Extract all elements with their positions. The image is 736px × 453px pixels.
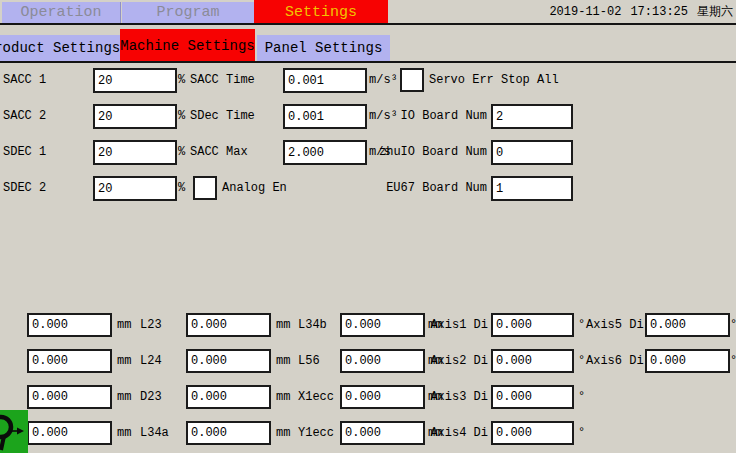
tab-settings[interactable]: Settings (254, 0, 388, 24)
label-l23: L23 (140, 313, 162, 337)
unit-l24: mm (117, 349, 131, 373)
sacc2-unit: % (178, 104, 185, 129)
input-l23[interactable] (27, 313, 112, 337)
sacc-max-label: SACC Max (190, 140, 248, 165)
input-geom-3-4[interactable] (340, 421, 425, 445)
machine-settings-screen: Operation Program Settings 2019-11-0217:… (0, 0, 736, 453)
label-axis2-di: Axis2 Di (430, 349, 488, 373)
tab-program[interactable]: Program (122, 2, 254, 23)
input-l34a[interactable] (27, 421, 112, 445)
io-board-num-label: IO Board Num (379, 104, 487, 129)
sdec1-label: SDEC 1 (3, 140, 46, 165)
label-x1ecc: X1ecc (298, 385, 334, 409)
input-l24[interactable] (27, 349, 112, 373)
input-l56[interactable] (186, 349, 271, 373)
date-text: 2019-11-02 (549, 5, 621, 19)
input-axis2-di[interactable] (491, 349, 574, 373)
label-axis5-di: Axis5 Di (586, 313, 642, 337)
unit-axis4-di: ° (578, 421, 585, 445)
input-d23[interactable] (27, 385, 112, 409)
sdec2-unit: % (178, 176, 185, 201)
zhuio-board-num-label: zhuIO Board Num (379, 140, 487, 165)
unit-y1ecc: mm (276, 421, 290, 445)
divider-top (0, 23, 736, 25)
subtab-product-settings[interactable]: Product Settings (0, 35, 120, 61)
sdec1-input[interactable] (93, 140, 177, 165)
input-geom-3-1[interactable] (340, 313, 425, 337)
tab-operation-label: Operation (20, 4, 101, 21)
eu67-board-num-input[interactable] (491, 176, 573, 201)
input-axis6-di[interactable] (645, 349, 730, 373)
zhuio-board-num-input[interactable] (491, 140, 573, 165)
input-l34b[interactable] (186, 313, 271, 337)
input-geom-3-2[interactable] (340, 349, 425, 373)
input-x1ecc[interactable] (186, 385, 271, 409)
analog-en-label: Analog En (222, 176, 287, 201)
sdec-time-label: SDec Time (190, 104, 255, 129)
unit-axis2-di: ° (578, 349, 585, 373)
subtab-product-settings-label: Product Settings (0, 40, 120, 56)
sacc1-unit: % (178, 68, 185, 93)
input-axis3-di[interactable] (491, 385, 574, 409)
eu67-board-num-label: EU67 Board Num (379, 176, 487, 201)
unit-axis1-di: ° (578, 313, 585, 337)
tab-program-label: Program (156, 4, 219, 21)
divider-subtabs (0, 61, 736, 63)
sacc1-input[interactable] (93, 68, 177, 93)
sdec-time-input[interactable] (283, 104, 367, 129)
weekday-text: 星期六 (697, 5, 733, 19)
unit-d23: mm (117, 385, 131, 409)
input-axis4-di[interactable] (491, 421, 574, 445)
datetime-display: 2019-11-0217:13:25星期六 (549, 3, 733, 20)
corner-exit-button[interactable] (0, 410, 28, 453)
sacc2-label: SACC 2 (3, 104, 46, 129)
input-geom-3-3[interactable] (340, 385, 425, 409)
tab-operation[interactable]: Operation (2, 2, 121, 23)
sacc2-input[interactable] (93, 104, 177, 129)
unit-axis5-di: ° (730, 313, 736, 337)
analog-en-checkbox[interactable] (193, 176, 217, 200)
label-axis3-di: Axis3 Di (430, 385, 488, 409)
input-y1ecc[interactable] (186, 421, 271, 445)
label-l34a: L34a (140, 421, 169, 445)
label-y1ecc: Y1ecc (298, 421, 334, 445)
label-l24: L24 (140, 349, 162, 373)
subtab-panel-settings-label: Panel Settings (265, 40, 383, 56)
tab-settings-label: Settings (285, 4, 357, 21)
label-l56: L56 (298, 349, 320, 373)
unit-axis3-di: ° (578, 385, 585, 409)
unit-l34b: mm (276, 313, 290, 337)
servo-err-stop-all-checkbox[interactable] (400, 68, 424, 92)
unit-l34a: mm (117, 421, 131, 445)
sacc1-label: SACC 1 (3, 68, 46, 93)
subtab-machine-settings[interactable]: Machine Settings (120, 29, 255, 62)
label-axis6-di: Axis6 Di (586, 349, 642, 373)
subtab-panel-settings[interactable]: Panel Settings (257, 35, 390, 61)
io-board-num-input[interactable] (491, 104, 573, 129)
sdec2-label: SDEC 2 (3, 176, 46, 201)
input-axis5-di[interactable] (645, 313, 730, 337)
unit-axis6-di: ° (730, 349, 736, 373)
sacc-time-label: SACC Time (190, 68, 255, 93)
label-l34b: L34b (298, 313, 327, 337)
sdec2-input[interactable] (93, 176, 177, 201)
unit-l23: mm (117, 313, 131, 337)
exit-arrow-icon (0, 410, 28, 453)
label-axis1-di: Axis1 Di (430, 313, 488, 337)
sacc-time-input[interactable] (283, 68, 367, 93)
sdec1-unit: % (178, 140, 185, 165)
unit-x1ecc: mm (276, 385, 290, 409)
input-axis1-di[interactable] (491, 313, 574, 337)
label-axis4-di: Axis4 Di (430, 421, 488, 445)
label-d23: D23 (140, 385, 162, 409)
sacc-max-input[interactable] (283, 140, 367, 165)
sacc-time-unit: m/s³ (369, 68, 398, 93)
time-text: 17:13:25 (630, 5, 688, 19)
servo-err-stop-all-label: Servo Err Stop All (429, 68, 559, 93)
subtab-machine-settings-label: Machine Settings (120, 38, 254, 54)
unit-l56: mm (276, 349, 290, 373)
